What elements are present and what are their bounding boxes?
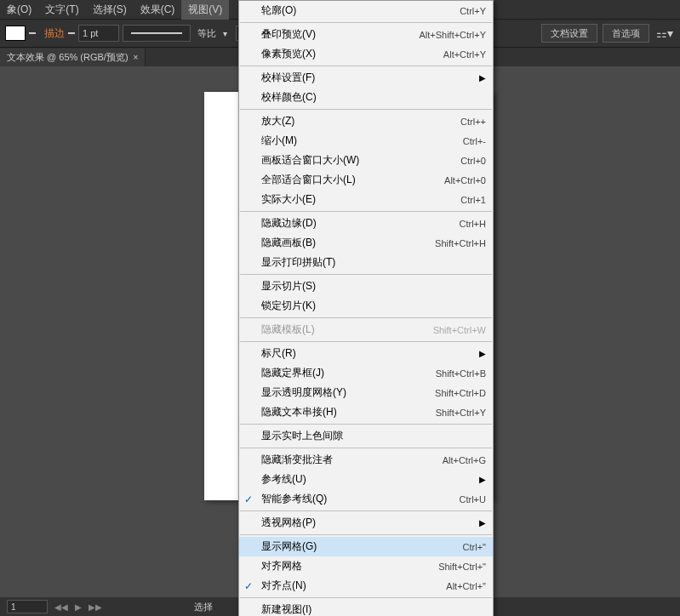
- prev-artboard-icon[interactable]: ◀◀: [54, 602, 68, 612]
- fill-swatch[interactable]: [5, 26, 26, 41]
- document-setup-button[interactable]: 文档设置: [541, 24, 597, 43]
- menu-item-18[interactable]: 显示切片(S): [239, 277, 493, 296]
- menu-separator: [240, 510, 492, 511]
- menu-item-15[interactable]: 隐藏画板(B)Shift+Ctrl+H: [239, 233, 493, 253]
- stroke-label: 描边: [44, 26, 65, 41]
- menu-item-shortcut: Ctrl+-: [463, 136, 486, 146]
- menu-item-label: 隐藏渐变批注者: [261, 453, 443, 467]
- chevron-down-icon[interactable]: ▾: [223, 29, 227, 38]
- menu-item-34[interactable]: 透视网格(P)▶: [239, 513, 493, 533]
- chevron-right-icon: ▶: [479, 518, 486, 528]
- menu-item-label: 轮廓(O): [261, 3, 460, 18]
- menu-item-6[interactable]: 校样颜色(C): [239, 88, 493, 107]
- menu-item-label: 对齐点(N): [261, 579, 446, 593]
- menu-item-40[interactable]: 新建视图(I): [239, 600, 493, 616]
- menu-item-shortcut: Shift+Ctrl+Y: [436, 408, 486, 418]
- menu-item-label: 隐藏画板(B): [261, 236, 435, 250]
- chevron-right-icon: ▶: [479, 475, 486, 484]
- menu-item-label: 全部适合窗口大小(L): [261, 173, 444, 187]
- menu-item-23[interactable]: 标尺(R)▶: [239, 344, 493, 363]
- menu-item-label: 对齐网格: [261, 559, 438, 573]
- menu-item-shortcut: Ctrl+U: [460, 494, 486, 505]
- menu-item-3[interactable]: 像素预览(X)Alt+Ctrl+Y: [239, 44, 493, 64]
- document-tab-title: 文本效果 @ 65% (RGB/预览): [7, 51, 129, 64]
- check-icon: ✓: [244, 580, 253, 592]
- menu-item-label: 隐藏文本串接(H): [261, 405, 436, 419]
- chevron-right-icon: ▶: [479, 73, 486, 83]
- menu-separator: [240, 597, 492, 598]
- stroke-style-select[interactable]: [123, 25, 191, 42]
- menu-item-9[interactable]: 缩小(M)Ctrl+-: [239, 131, 493, 151]
- menu-item-24[interactable]: 隐藏定界框(J)Shift+Ctrl+B: [239, 363, 493, 383]
- menu-separator: [240, 22, 492, 23]
- menu-item-31[interactable]: 参考线(U)▶: [239, 470, 493, 489]
- menu-item-2[interactable]: 叠印预览(V)Alt+Shift+Ctrl+Y: [239, 25, 493, 44]
- menu-item-label: 隐藏模板(L): [261, 322, 433, 337]
- menu-separator: [240, 341, 492, 342]
- menu-item-shortcut: Ctrl++: [460, 117, 486, 127]
- view-dropdown-menu: 轮廓(O)Ctrl+Y叠印预览(V)Alt+Shift+Ctrl+Y像素预览(X…: [238, 0, 494, 616]
- menu-item-label: 隐藏定界框(J): [261, 366, 436, 380]
- menu-item-label: 显示打印拼贴(T): [261, 255, 486, 270]
- menu-select[interactable]: 选择(S): [86, 0, 134, 20]
- menu-item-label: 校样设置(F): [261, 71, 486, 85]
- menu-item-label: 显示透明度网格(Y): [261, 385, 435, 400]
- menu-item-19[interactable]: 锁定切片(K): [239, 296, 493, 316]
- menu-separator: [240, 317, 492, 318]
- menu-item-14[interactable]: 隐藏边缘(D)Ctrl+H: [239, 214, 493, 233]
- stroke-weight-input[interactable]: [78, 25, 119, 42]
- swap-icon[interactable]: [29, 32, 36, 34]
- menu-item-21: 隐藏模板(L)Shift+Ctrl+W: [239, 320, 493, 339]
- menu-item-shortcut: Alt+Ctrl+G: [443, 455, 486, 465]
- last-artboard-icon[interactable]: ▶▶: [89, 602, 102, 612]
- menu-item-shortcut: Shift+Ctrl+D: [435, 388, 486, 398]
- menu-item-label: 参考线(U): [261, 472, 486, 487]
- menu-item-shortcut: Alt+Ctrl+Y: [443, 49, 486, 60]
- menu-item-30[interactable]: 隐藏渐变批注者Alt+Ctrl+G: [239, 450, 493, 470]
- menu-item-shortcut: Ctrl+": [463, 542, 486, 552]
- check-icon: ✓: [244, 493, 253, 505]
- menu-item-5[interactable]: 校样设置(F)▶: [239, 68, 493, 88]
- menu-item-label: 画板适合窗口大小(W): [261, 153, 460, 168]
- menu-separator: [240, 534, 492, 535]
- preferences-button[interactable]: 首选项: [603, 24, 649, 43]
- menu-item-8[interactable]: 放大(Z)Ctrl++: [239, 111, 493, 131]
- menu-item-12[interactable]: 实际大小(E)Ctrl+1: [239, 190, 493, 209]
- close-icon[interactable]: ×: [134, 53, 139, 62]
- menu-item-label: 放大(Z): [261, 114, 460, 128]
- menu-item-37[interactable]: 对齐网格Shift+Ctrl+": [239, 556, 493, 576]
- zoom-input[interactable]: [7, 600, 48, 613]
- menu-item-28[interactable]: 显示实时上色间隙: [239, 426, 493, 446]
- menu-separator: [240, 66, 492, 66]
- menu-item-38[interactable]: ✓对齐点(N)Alt+Ctrl+": [239, 576, 493, 596]
- menu-separator: [240, 274, 492, 275]
- menu-item-shortcut: Ctrl+0: [460, 156, 486, 166]
- menu-item-shortcut: Ctrl+1: [460, 195, 486, 205]
- menu-item-0[interactable]: 轮廓(O)Ctrl+Y: [239, 1, 493, 20]
- document-tab[interactable]: 文本效果 @ 65% (RGB/预览) ×: [0, 48, 146, 66]
- menu-item-shortcut: Ctrl+H: [460, 219, 486, 229]
- menu-item-11[interactable]: 全部适合窗口大小(L)Alt+Ctrl+0: [239, 170, 493, 190]
- menu-item-label: 像素预览(X): [261, 47, 443, 61]
- menu-item-label: 透视网格(P): [261, 516, 486, 530]
- menu-item-shortcut: Alt+Ctrl+0: [444, 175, 486, 185]
- menu-view[interactable]: 视图(V): [181, 0, 229, 20]
- menu-item-26[interactable]: 隐藏文本串接(H)Shift+Ctrl+Y: [239, 402, 493, 422]
- next-artboard-icon[interactable]: ▶: [75, 602, 82, 612]
- dash-icon: [68, 32, 75, 34]
- menu-effect[interactable]: 效果(C): [134, 0, 182, 20]
- menu-item-10[interactable]: 画板适合窗口大小(W)Ctrl+0: [239, 151, 493, 170]
- menu-item-shortcut: Alt+Shift+Ctrl+Y: [419, 30, 486, 40]
- menu-item-label: 显示切片(S): [261, 279, 486, 294]
- panel-menu-icon[interactable]: ⚏▾: [654, 25, 675, 42]
- menu-item-32[interactable]: ✓智能参考线(Q)Ctrl+U: [239, 489, 493, 509]
- menu-item-label: 叠印预览(V): [261, 27, 419, 42]
- menu-type[interactable]: 文字(T): [38, 0, 85, 20]
- menu-item-16[interactable]: 显示打印拼贴(T): [239, 253, 493, 272]
- menu-object[interactable]: 象(O): [0, 0, 38, 20]
- menu-item-25[interactable]: 显示透明度网格(Y)Shift+Ctrl+D: [239, 383, 493, 402]
- menu-item-label: 标尺(R): [261, 346, 486, 361]
- menu-item-36[interactable]: 显示网格(G)Ctrl+": [239, 537, 493, 556]
- chevron-right-icon: ▶: [479, 349, 486, 358]
- menu-item-label: 锁定切片(K): [261, 299, 486, 313]
